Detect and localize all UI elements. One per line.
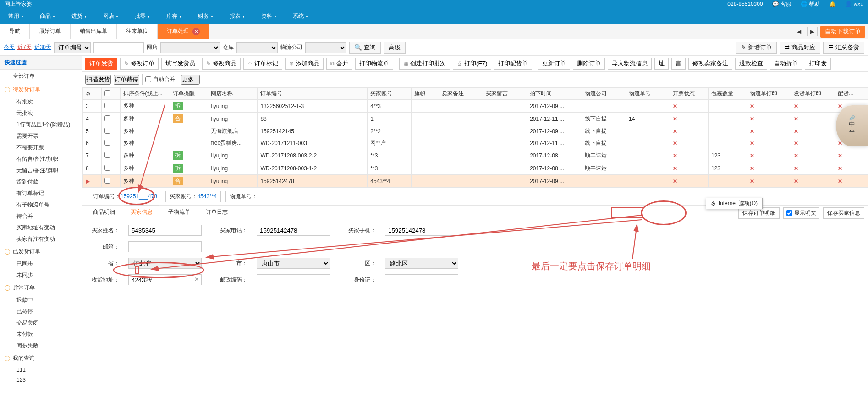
tab-buyer-info[interactable]: 买家信息 xyxy=(124,205,159,219)
kefu-link[interactable]: 💬 客服 xyxy=(772,0,791,8)
buyer-tel-input[interactable] xyxy=(257,225,330,236)
sidebar-item[interactable]: 123 xyxy=(0,375,82,385)
create-print-batch-button[interactable]: ▦创建打印批次 xyxy=(399,58,450,70)
product-map-button[interactable]: ⇄商品对应 xyxy=(780,42,820,54)
row-check[interactable] xyxy=(101,149,120,162)
table-row[interactable]: 5多种无悔旗舰店159251421452**22017-12-09 ...线下自… xyxy=(83,125,868,137)
sidebar-item[interactable]: 需要开票 xyxy=(0,130,82,142)
menu-common[interactable]: 常用▾ xyxy=(0,8,32,24)
menu-wholesale[interactable]: 批零▾ xyxy=(126,8,158,24)
sidebar-item[interactable]: 已同步 xyxy=(0,258,82,270)
menu-stock[interactable]: 库存▾ xyxy=(158,8,190,24)
sidebar-item[interactable]: 货到付款 xyxy=(0,176,82,188)
more-print-button[interactable]: 打印发 xyxy=(805,58,831,70)
table-row[interactable]: 6多种free蛋糕房...WD-20171211-003网**户2017-12-… xyxy=(83,137,868,149)
mail-input[interactable] xyxy=(128,241,202,252)
col-header[interactable]: 买家账号 xyxy=(368,88,412,100)
edit-seller-remark-button[interactable]: 修改卖家备注 xyxy=(688,58,732,70)
row-check[interactable] xyxy=(101,100,120,113)
sidebar-item[interactable]: 退款中 xyxy=(0,294,82,306)
sidebar-group-exception[interactable]: 异常订单 xyxy=(0,281,82,294)
shop-select[interactable] xyxy=(160,42,220,53)
sidebar-item[interactable]: 已截停 xyxy=(0,306,82,317)
tab-order-process[interactable]: 订单处理✕ xyxy=(158,24,209,39)
warehouse-select[interactable] xyxy=(236,42,278,53)
buyer-name-input[interactable] xyxy=(128,225,202,236)
clear-icon[interactable]: ✕ xyxy=(194,276,199,282)
col-header[interactable]: 物流单打印 xyxy=(747,88,791,100)
row-check[interactable] xyxy=(101,113,120,125)
sidebar-item[interactable]: 111 xyxy=(0,365,82,375)
addr-input[interactable] xyxy=(128,274,202,285)
check-all[interactable] xyxy=(104,90,110,96)
print-f7-button[interactable]: 🖨打印(F7) xyxy=(453,58,491,70)
col-check[interactable] xyxy=(101,88,120,100)
table-row[interactable]: 3多种拆liyujing13225602512-1-34**32017-12-0… xyxy=(83,100,868,113)
search-button[interactable]: 🔍查询 xyxy=(349,42,381,54)
edit-order-button[interactable]: ✎修改订单 xyxy=(120,58,159,70)
auto-split-button[interactable]: 自动拆单 xyxy=(770,58,802,70)
order-no-input[interactable] xyxy=(93,42,144,53)
tab-order-log[interactable]: 订单日志 xyxy=(199,205,235,219)
sidebar-item[interactable]: 有子物流单号 xyxy=(0,199,82,211)
col-gear[interactable]: ⚙ xyxy=(83,88,102,100)
delete-order-button[interactable]: 删除订单 xyxy=(573,58,605,70)
tab-prev[interactable]: ◀ xyxy=(794,27,804,36)
menu-purchase[interactable]: 进货▾ xyxy=(63,8,95,24)
link-30days[interactable]: 近30天 xyxy=(34,43,51,51)
row-check[interactable] xyxy=(101,175,120,188)
user-link[interactable]: 👤 wxu xyxy=(845,1,863,7)
sidebar-item[interactable]: 有订单标记 xyxy=(0,188,82,199)
auto-merge-checkbox[interactable]: 自动合并 xyxy=(142,74,178,85)
col-header[interactable]: 订单编号 xyxy=(258,88,368,100)
show-plain-toggle[interactable]: 显示明文 xyxy=(783,207,819,219)
col-header[interactable]: 发货单打印 xyxy=(791,88,835,100)
gear-icon[interactable]: ⚙ xyxy=(86,91,91,97)
tab-partner[interactable]: 往来单位 xyxy=(117,24,158,39)
refund-check-button[interactable]: 退款检查 xyxy=(735,58,767,70)
link-today[interactable]: 今天 xyxy=(4,43,15,51)
import-logistics-button[interactable]: 导入物流信息 xyxy=(608,58,652,70)
table-row[interactable]: 8多种拆liyujingWD-20171208-003-1-2**32017-1… xyxy=(83,162,868,175)
save-buyer-info-button[interactable]: 保存买家信息 xyxy=(823,207,864,219)
row-check[interactable] xyxy=(101,162,120,175)
msg-button[interactable]: 言 xyxy=(671,58,686,70)
menu-finance[interactable]: 财务▾ xyxy=(190,8,221,24)
print-pick-button[interactable]: 打印配货单 xyxy=(494,58,532,70)
menu-data[interactable]: 资料▾ xyxy=(253,8,285,24)
prov-select[interactable]: 河北省 xyxy=(128,258,202,269)
assistant-float[interactable]: 🔗 中 半 xyxy=(836,105,868,146)
col-header[interactable]: 网店名称 xyxy=(208,88,258,100)
add-product-button[interactable]: ⊕添加商品 xyxy=(285,58,324,70)
sidebar-group-pending[interactable]: 待发货订单 xyxy=(0,83,82,96)
sidebar-item[interactable]: 有留言/备注/旗帜 xyxy=(0,153,82,165)
sidebar-item[interactable]: 无批次 xyxy=(0,108,82,119)
merge-button[interactable]: ⧉合并 xyxy=(326,58,352,70)
id-input[interactable] xyxy=(385,274,458,285)
sidebar-item[interactable]: 同步失败 xyxy=(0,340,82,352)
menu-report[interactable]: 报表▾ xyxy=(221,8,253,24)
col-header[interactable]: 配货... xyxy=(835,88,868,100)
col-header[interactable]: 排序条件(线上... xyxy=(120,88,170,100)
auto-download-button[interactable]: 自动下载订单 xyxy=(820,26,865,38)
tab-nav[interactable]: 导航 xyxy=(0,24,30,39)
tab-product-detail[interactable]: 商品明细 xyxy=(86,205,122,219)
logistics-select[interactable] xyxy=(305,42,346,53)
col-header[interactable]: 开票状态 xyxy=(670,88,709,100)
bell-icon[interactable]: 🔔 xyxy=(829,1,836,7)
col-header[interactable]: 包裹数量 xyxy=(709,88,747,100)
sidebar-group-myquery[interactable]: 我的查询 xyxy=(0,352,82,365)
tab-next[interactable]: ▶ xyxy=(807,27,818,36)
table-row[interactable]: ▶多种合liyujing159251424784543**42017-12-09… xyxy=(83,175,868,188)
city-select[interactable]: 唐山市 xyxy=(257,258,330,269)
more-button[interactable]: 更多... xyxy=(181,75,200,85)
zip-input[interactable] xyxy=(257,274,330,285)
dist-select[interactable]: 路北区 xyxy=(385,258,458,269)
fill-shipper-button[interactable]: 填写发货员 xyxy=(161,58,199,70)
scan-ship-button[interactable]: 扫描发货 xyxy=(85,75,111,85)
edit-product-button[interactable]: ✎修改商品 xyxy=(202,58,241,70)
order-hold-button[interactable]: 订单截停 xyxy=(114,75,139,85)
sidebar-item[interactable]: 有批次 xyxy=(0,96,82,108)
order-mark-button[interactable]: ☆订单标记 xyxy=(243,58,282,70)
col-header[interactable]: 卖家备注 xyxy=(439,88,483,100)
